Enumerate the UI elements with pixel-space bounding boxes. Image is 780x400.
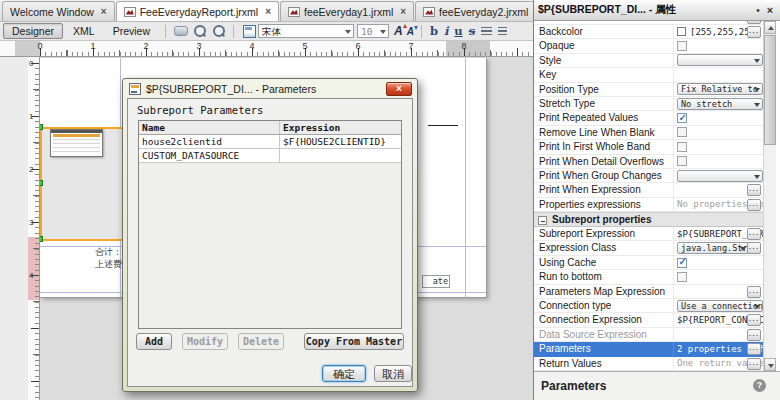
cancel-button[interactable]: 取消 <box>374 365 412 382</box>
underline-icon[interactable]: u <box>454 24 462 38</box>
ellipsis-button[interactable] <box>747 228 761 240</box>
fees-text-element[interactable]: 上述费用 <box>95 258 122 271</box>
checkbox[interactable] <box>677 142 687 152</box>
color-swatch[interactable] <box>677 27 686 36</box>
property-row-parameters-map-expression[interactable]: Parameters Map Expression <box>534 285 763 299</box>
strikethrough-icon[interactable]: s <box>469 24 475 38</box>
ellipsis-button[interactable] <box>747 199 761 211</box>
tab-welcome-window[interactable]: Welcome Window <box>2 1 115 21</box>
property-row-backcolor[interactable]: Backcolor [255,255,255] <box>534 25 763 39</box>
bold-icon[interactable]: b <box>430 24 438 38</box>
property-row-key[interactable]: Key <box>534 68 763 82</box>
ellipsis-button[interactable] <box>747 286 761 298</box>
scroll-down-arrow[interactable] <box>764 358 776 371</box>
property-row-style[interactable]: Style <box>534 54 763 68</box>
decrease-font-icon[interactable]: A <box>407 26 414 37</box>
table-row[interactable]: CUSTOM_DATASOURCE <box>139 149 401 163</box>
column-header-name[interactable]: Name <box>139 121 280 134</box>
property-row-position-type[interactable]: Position Type Fix Relative to Top <box>534 83 763 97</box>
dialog-close-button[interactable] <box>386 82 412 96</box>
property-row-print-when-group-changes[interactable]: Print When Group Changes <box>534 169 763 183</box>
property-row-print-when-detail-overflows[interactable]: Print When Detail Overflows <box>534 155 763 169</box>
ellipsis-button[interactable] <box>747 343 761 355</box>
property-row-run-to-bottom[interactable]: Run to bottom <box>534 270 763 284</box>
property-row-return-values[interactable]: Return Values One return value defined <box>534 357 763 371</box>
zoom-in-icon[interactable] <box>192 24 207 38</box>
scrollbar-thumb[interactable] <box>764 35 776 145</box>
checkbox[interactable] <box>677 127 687 137</box>
ellipsis-button[interactable] <box>747 314 761 326</box>
increase-font-icon[interactable]: A <box>394 24 403 38</box>
ellipsis-button[interactable] <box>747 329 761 341</box>
panel-float-icon[interactable] <box>752 5 764 16</box>
align-center-icon[interactable] <box>498 27 507 36</box>
zoom-out-icon[interactable] <box>211 24 226 38</box>
comment-icon[interactable] <box>173 24 188 38</box>
checkbox[interactable] <box>677 41 687 51</box>
expression-class-dropdown[interactable]: java.lang.String <box>677 242 749 254</box>
collapse-icon[interactable] <box>538 216 547 225</box>
property-row-stretch-type[interactable]: Stretch Type No stretch <box>534 97 763 111</box>
property-row-print-repeated-values[interactable]: Print Repeated Values <box>534 111 763 125</box>
scroll-up-arrow[interactable] <box>764 21 776 34</box>
tab-close-icon[interactable] <box>101 7 107 17</box>
copy-from-master-button[interactable]: Copy From Master <box>304 333 404 350</box>
designer-view-button[interactable]: Designer <box>3 23 63 39</box>
delete-button[interactable]: Delete <box>238 333 284 350</box>
property-row-remove-line-when-blank[interactable]: Remove Line When Blank <box>534 126 763 140</box>
dialog-titlebar[interactable]: $P{SUBREPORT_DI... - Parameters <box>123 79 417 98</box>
tab-feeeveryday1[interactable]: feeEveryday1.jrxml <box>280 1 414 21</box>
property-row-subreport-expression[interactable]: Subreport Expression $P{SUBREPORT_DIR} +… <box>534 227 763 241</box>
xml-view-button[interactable]: XML <box>65 24 103 38</box>
preview-view-button[interactable]: Preview <box>105 24 158 38</box>
panel-scrollbar[interactable] <box>763 21 776 371</box>
property-row-print-when-expression[interactable]: Print When Expression <box>534 183 763 197</box>
ok-button[interactable]: 确定 <box>322 365 366 382</box>
property-row-connection-type[interactable]: Connection type Use a connection e... <box>534 299 763 313</box>
font-size-select[interactable]: 10 <box>357 24 389 38</box>
group-changes-dropdown[interactable] <box>677 170 763 182</box>
property-row-parameters[interactable]: Parameters 2 properties defined <box>534 342 763 356</box>
properties-panel-header[interactable]: $P{SUBREPORT_DI... - 属性 <box>534 0 780 21</box>
tab-close-icon[interactable] <box>400 7 406 17</box>
font-family-select[interactable]: 宋体 <box>258 24 354 38</box>
ellipsis-button[interactable] <box>747 21 761 24</box>
connection-type-dropdown[interactable]: Use a connection e... <box>677 300 763 312</box>
italic-icon[interactable]: i <box>444 24 448 38</box>
page-format-icon[interactable] <box>241 24 256 38</box>
resize-handle-mid-left[interactable] <box>40 180 43 186</box>
add-button[interactable]: Add <box>136 333 172 350</box>
align-left-icon[interactable] <box>481 27 492 36</box>
resize-handle-top-left[interactable] <box>40 124 43 130</box>
property-row-data-source-expression[interactable]: Data Source Expression <box>534 328 763 342</box>
tab-close-icon[interactable] <box>265 7 271 17</box>
table-row[interactable]: house2clientid $F{HOUSE2CLIENTID} <box>139 135 401 149</box>
ellipsis-button[interactable] <box>747 242 761 254</box>
section-subreport-properties[interactable]: Subreport properties <box>534 212 763 227</box>
panel-close-icon[interactable] <box>764 4 776 16</box>
property-row-using-cache[interactable]: Using Cache <box>534 256 763 270</box>
checkbox[interactable] <box>677 156 687 166</box>
line-element[interactable] <box>428 125 458 126</box>
ellipsis-button[interactable] <box>747 358 761 370</box>
help-question-icon[interactable] <box>753 379 766 392</box>
modify-button[interactable]: Modify <box>182 333 228 350</box>
tab-feeeverydayreport[interactable]: FeeEverydayReport.jrxml <box>116 1 279 21</box>
property-row-opaque[interactable]: Opaque <box>534 39 763 53</box>
style-dropdown[interactable] <box>677 54 763 66</box>
checkbox-checked[interactable] <box>677 113 687 123</box>
position-type-dropdown[interactable]: Fix Relative to Top <box>677 83 763 95</box>
ellipsis-button[interactable] <box>747 26 761 38</box>
column-header-expression[interactable]: Expression <box>280 121 401 134</box>
checkbox[interactable] <box>677 272 687 282</box>
checkbox-checked[interactable] <box>677 258 687 268</box>
tab-feeeveryday2[interactable]: feeEveryday2.jrxml <box>415 1 549 21</box>
resize-handle-bottom-left[interactable] <box>40 236 43 242</box>
stretch-type-dropdown[interactable]: No stretch <box>677 98 763 110</box>
property-row-print-in-first-whole-band[interactable]: Print In First Whole Band <box>534 140 763 154</box>
property-row-properties-expressions[interactable]: Properties expressions No properties set <box>534 198 763 212</box>
date-text-element[interactable]: ate () <box>422 275 450 288</box>
ellipsis-button[interactable] <box>747 184 761 196</box>
property-row-expression-class[interactable]: Expression Class java.lang.String <box>534 241 763 255</box>
property-row-connection-expression[interactable]: Connection Expression $P{REPORT_CONNECTI… <box>534 313 763 327</box>
